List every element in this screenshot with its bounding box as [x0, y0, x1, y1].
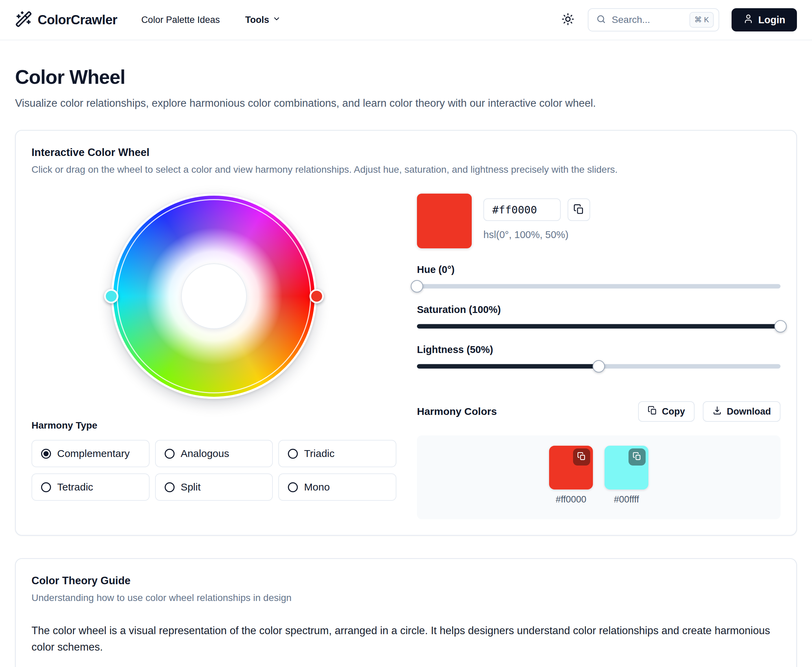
color-theory-guide-card: Color Theory Guide Understanding how to … — [15, 558, 797, 667]
hex-color-input[interactable] — [483, 198, 561, 221]
saturation-slider-group: Saturation (100%) — [417, 304, 780, 332]
copy-icon — [573, 204, 584, 216]
color-wheel[interactable] — [111, 194, 317, 399]
interactive-color-wheel-card: Interactive Color Wheel Click or drag on… — [15, 130, 797, 536]
radio-icon — [41, 449, 51, 459]
copy-icon — [648, 406, 657, 418]
copy-palette-button[interactable]: Copy — [638, 401, 695, 422]
nav-item-tools[interactable]: Tools — [245, 15, 281, 25]
search-input[interactable] — [612, 14, 684, 25]
harmony-type-options: Complementary Analogous Triadic Tet — [32, 440, 396, 501]
search-box[interactable]: ⌘ K — [588, 8, 719, 32]
hue-slider-thumb[interactable] — [411, 280, 423, 292]
harmony-option-mono[interactable]: Mono — [278, 473, 396, 501]
harmony-option-split[interactable]: Split — [155, 473, 273, 501]
wheel-handle-selected[interactable] — [309, 289, 324, 304]
copy-hex-button[interactable] — [567, 198, 590, 221]
search-shortcut-badge: ⌘ K — [689, 12, 714, 28]
nav-item-color-palette-ideas[interactable]: Color Palette Ideas — [141, 15, 220, 25]
chevron-down-icon — [273, 15, 281, 25]
harmony-option-analogous[interactable]: Analogous — [155, 440, 273, 467]
wheel-card-title: Interactive Color Wheel — [32, 146, 780, 159]
radio-icon — [165, 449, 175, 459]
guide-subtitle: Understanding how to use color wheel rel… — [32, 592, 780, 603]
copy-icon — [577, 452, 586, 462]
harmony-option-tetradic[interactable]: Tetradic — [32, 473, 150, 501]
guide-title: Color Theory Guide — [32, 575, 780, 587]
page-subtitle: Visualize color relationships, explore h… — [15, 97, 797, 110]
wheel-card-description: Click or drag on the wheel to select a c… — [32, 164, 780, 175]
radio-icon — [288, 482, 298, 492]
main-content: Color Wheel Visualize color relationship… — [0, 40, 812, 667]
lightness-slider-label: Lightness (50%) — [417, 344, 780, 355]
copy-icon — [632, 452, 642, 462]
radio-icon — [288, 449, 298, 459]
hsl-sliders: Hue (0°) Saturation (100%) Lightness (50… — [417, 264, 780, 372]
harmony-type-label: Harmony Type — [32, 420, 396, 431]
harmony-swatch-cyan[interactable] — [604, 446, 648, 489]
guide-paragraph: The color wheel is a visual representati… — [32, 622, 780, 655]
download-icon — [712, 406, 722, 418]
saturation-slider-thumb[interactable] — [774, 320, 787, 332]
lightness-slider[interactable] — [417, 360, 780, 372]
wheel-handle-complementary[interactable] — [104, 289, 118, 304]
color-wheel-center — [181, 263, 247, 329]
brand-name: ColorCrawler — [38, 13, 117, 27]
radio-icon — [165, 482, 175, 492]
selected-color-swatch[interactable] — [417, 194, 472, 248]
page-title: Color Wheel — [15, 66, 797, 88]
copy-swatch-button[interactable] — [573, 448, 590, 466]
download-palette-button[interactable]: Download — [703, 401, 780, 422]
login-button[interactable]: Login — [732, 8, 797, 32]
hsl-value: hsl(0°, 100%, 50%) — [483, 229, 590, 241]
hue-slider-label: Hue (0°) — [417, 264, 780, 275]
harmony-palette: #ff0000 #00ffff — [417, 435, 780, 519]
harmony-option-complementary[interactable]: Complementary — [32, 440, 150, 467]
harmony-swatch-red[interactable] — [549, 446, 593, 489]
copy-swatch-button[interactable] — [629, 448, 646, 466]
login-label: Login — [758, 14, 785, 26]
harmony-type-section: Harmony Type Complementary Analogous — [32, 420, 396, 501]
palette-item: #ff0000 — [549, 446, 593, 505]
harmony-option-triadic[interactable]: Triadic — [278, 440, 396, 467]
theme-toggle-button[interactable] — [561, 12, 576, 27]
palette-item: #00ffff — [604, 446, 648, 505]
saturation-slider-label: Saturation (100%) — [417, 304, 780, 315]
harmony-colors-title: Harmony Colors — [417, 406, 497, 417]
saturation-slider[interactable] — [417, 320, 780, 332]
swatch-hex-label: #ff0000 — [556, 494, 586, 505]
swatch-hex-label: #00ffff — [614, 494, 639, 505]
wand-sparkles-icon — [15, 11, 32, 29]
main-nav: Color Palette Ideas Tools — [141, 15, 281, 25]
radio-icon — [41, 482, 51, 492]
lightness-slider-thumb[interactable] — [592, 360, 605, 372]
sun-icon — [561, 13, 574, 27]
search-icon — [596, 14, 606, 26]
hue-slider[interactable] — [417, 280, 780, 292]
hue-slider-group: Hue (0°) — [417, 264, 780, 292]
lightness-slider-group: Lightness (50%) — [417, 344, 780, 372]
top-nav: ColorCrawler Color Palette Ideas Tools — [0, 0, 812, 40]
user-icon — [743, 14, 754, 27]
brand[interactable]: ColorCrawler — [15, 11, 117, 29]
